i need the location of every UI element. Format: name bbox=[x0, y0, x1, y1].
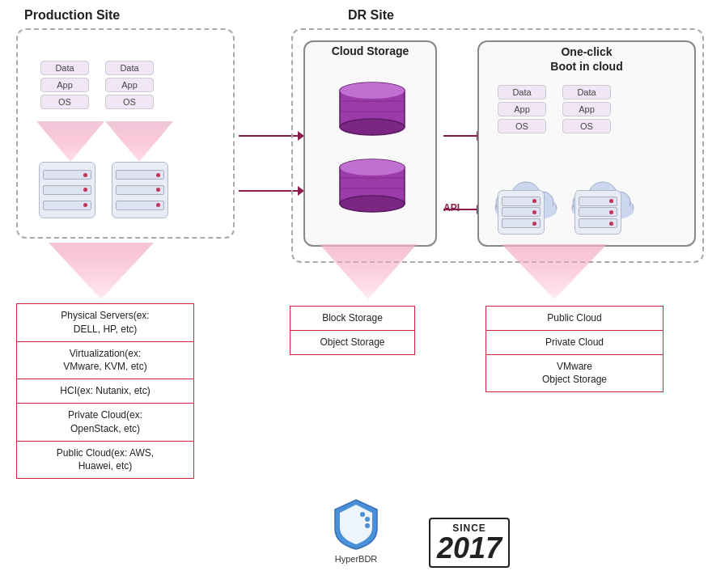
left-row-4: Private Cloud(ex:OpenStack, etc) bbox=[17, 404, 193, 442]
stack-app-1: App bbox=[40, 78, 89, 92]
prod-site-label: Production Site bbox=[24, 8, 120, 23]
stack-data-1: Data bbox=[40, 61, 89, 75]
stack-data-3: Data bbox=[498, 85, 546, 99]
arrow-api bbox=[443, 209, 482, 210]
svg-point-29 bbox=[365, 523, 370, 528]
stack-os-1: OS bbox=[40, 95, 89, 109]
left-info-box: Physical Servers(ex:DELL, HP, etc) Virtu… bbox=[16, 303, 194, 479]
stack-app-3: App bbox=[498, 102, 546, 116]
right-row-3: VMwareObject Storage bbox=[486, 355, 663, 392]
hyperbdr-text: HyperBDR bbox=[335, 554, 378, 564]
left-row-1: Physical Servers(ex:DELL, HP, etc) bbox=[17, 304, 193, 342]
svg-point-6 bbox=[340, 82, 405, 99]
year-text: 2017 bbox=[437, 534, 502, 563]
cloud-storage-label: Cloud Storage bbox=[316, 44, 425, 57]
svg-point-5 bbox=[340, 119, 405, 135]
dr-site-label: DR Site bbox=[348, 8, 394, 23]
since-badge: SINCE 2017 bbox=[429, 518, 510, 568]
main-diagram: Production Site Data App OS Data App OS bbox=[0, 0, 725, 588]
stack-app-2: App bbox=[105, 78, 154, 92]
oneclick-down-triangle bbox=[502, 244, 607, 299]
svg-point-28 bbox=[365, 517, 370, 522]
stack-group-1: Data App OS bbox=[40, 61, 89, 109]
left-row-3: HCI(ex: Nutanix, etc) bbox=[17, 379, 193, 404]
api-label: API bbox=[443, 202, 460, 214]
stack-data-2: Data bbox=[105, 61, 154, 75]
prod-down-triangle bbox=[49, 243, 154, 299]
server-icon-4 bbox=[574, 190, 621, 235]
stack-data-4: Data bbox=[562, 85, 611, 99]
svg-marker-0 bbox=[36, 121, 104, 162]
pink-triangles-prod2 bbox=[105, 121, 178, 162]
right-row-1: Public Cloud bbox=[486, 307, 663, 331]
center-row-2: Object Storage bbox=[290, 331, 414, 354]
server-icon-2 bbox=[112, 162, 168, 218]
left-row-5: Public Cloud(ex: AWS,Huawei, etc) bbox=[17, 442, 193, 479]
center-row-1: Block Storage bbox=[290, 307, 414, 331]
svg-point-11 bbox=[340, 196, 405, 212]
stack-os-4: OS bbox=[562, 119, 611, 133]
stack-app-4: App bbox=[562, 102, 611, 116]
right-info-box: Public Cloud Private Cloud VMwareObject … bbox=[485, 306, 664, 392]
pink-triangles-prod bbox=[36, 121, 109, 162]
svg-marker-25 bbox=[320, 244, 417, 299]
svg-point-12 bbox=[340, 159, 405, 176]
oneclick-label: One-click Boot in cloud bbox=[502, 44, 672, 74]
left-row-2: Virtualization(ex:VMware, KVM, etc) bbox=[17, 342, 193, 380]
db-cylinder-top bbox=[336, 81, 409, 137]
hyperbdr-shield-icon bbox=[332, 498, 380, 551]
server-icon-1 bbox=[39, 162, 95, 218]
svg-marker-1 bbox=[105, 121, 173, 162]
center-info-box: Block Storage Object Storage bbox=[290, 306, 415, 355]
stack-group-2: Data App OS bbox=[105, 61, 154, 109]
stack-os-3: OS bbox=[498, 119, 546, 133]
server-icon-3 bbox=[498, 190, 545, 235]
stack-group-3: Data App OS bbox=[498, 85, 546, 133]
stack-os-2: OS bbox=[105, 95, 154, 109]
db-cylinder-bottom bbox=[336, 158, 409, 214]
cloud-storage-box bbox=[303, 40, 437, 247]
right-row-2: Private Cloud bbox=[486, 331, 663, 355]
svg-point-27 bbox=[360, 512, 365, 517]
svg-marker-2 bbox=[49, 243, 154, 299]
arrow-cloud-to-oneclick-top bbox=[443, 135, 482, 137]
hyperbdr-logo: HyperBDR bbox=[332, 498, 380, 564]
cloud-storage-down-triangle bbox=[320, 244, 417, 299]
stack-group-4: Data App OS bbox=[562, 85, 611, 133]
svg-marker-26 bbox=[502, 244, 607, 299]
